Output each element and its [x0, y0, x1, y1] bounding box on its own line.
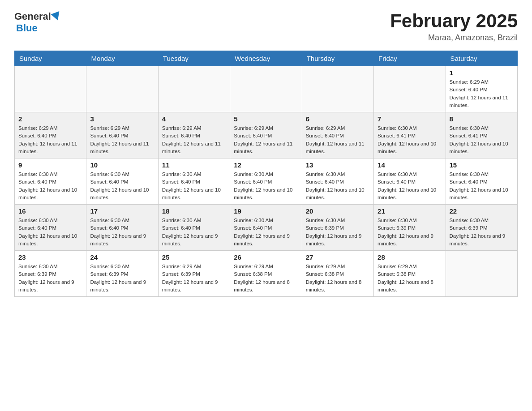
- day-info: Sunrise: 6:30 AMSunset: 6:40 PMDaylight:…: [162, 217, 226, 248]
- table-row: 5Sunrise: 6:29 AMSunset: 6:40 PMDaylight…: [230, 112, 302, 158]
- day-number: 9: [18, 161, 82, 169]
- day-info: Sunrise: 6:29 AMSunset: 6:39 PMDaylight:…: [162, 263, 226, 294]
- calendar-week-row: 2Sunrise: 6:29 AMSunset: 6:40 PMDaylight…: [15, 112, 518, 158]
- day-info: Sunrise: 6:29 AMSunset: 6:40 PMDaylight:…: [234, 124, 298, 155]
- day-number: 3: [90, 115, 154, 123]
- day-number: 14: [378, 161, 442, 169]
- table-row: [158, 66, 230, 112]
- day-number: 26: [234, 253, 298, 261]
- day-info: Sunrise: 6:30 AMSunset: 6:39 PMDaylight:…: [90, 263, 154, 294]
- table-row: 14Sunrise: 6:30 AMSunset: 6:40 PMDayligh…: [374, 158, 446, 205]
- day-info: Sunrise: 6:30 AMSunset: 6:39 PMDaylight:…: [378, 217, 442, 248]
- calendar-header-row: Sunday Monday Tuesday Wednesday Thursday…: [15, 51, 518, 66]
- day-info: Sunrise: 6:29 AMSunset: 6:38 PMDaylight:…: [234, 263, 298, 294]
- col-header-tuesday: Tuesday: [158, 51, 230, 66]
- col-header-saturday: Saturday: [446, 51, 517, 66]
- table-row: 26Sunrise: 6:29 AMSunset: 6:38 PMDayligh…: [230, 251, 302, 297]
- day-number: 2: [18, 115, 82, 123]
- title-area: February 2025 Maraa, Amazonas, Brazil: [390, 11, 518, 43]
- table-row: 24Sunrise: 6:30 AMSunset: 6:39 PMDayligh…: [86, 251, 158, 297]
- table-row: [446, 251, 517, 297]
- table-row: 11Sunrise: 6:30 AMSunset: 6:40 PMDayligh…: [158, 158, 230, 205]
- calendar-week-row: 16Sunrise: 6:30 AMSunset: 6:40 PMDayligh…: [15, 205, 518, 251]
- day-number: 28: [378, 253, 442, 261]
- day-info: Sunrise: 6:29 AMSunset: 6:40 PMDaylight:…: [306, 124, 370, 155]
- day-number: 16: [18, 207, 82, 215]
- day-info: Sunrise: 6:30 AMSunset: 6:40 PMDaylight:…: [234, 217, 298, 248]
- table-row: 22Sunrise: 6:30 AMSunset: 6:39 PMDayligh…: [446, 205, 517, 251]
- calendar-table: Sunday Monday Tuesday Wednesday Thursday…: [14, 51, 518, 297]
- table-row: 18Sunrise: 6:30 AMSunset: 6:40 PMDayligh…: [158, 205, 230, 251]
- table-row: [15, 66, 86, 112]
- col-header-sunday: Sunday: [15, 51, 86, 66]
- table-row: 25Sunrise: 6:29 AMSunset: 6:39 PMDayligh…: [158, 251, 230, 297]
- day-number: 27: [306, 253, 370, 261]
- col-header-friday: Friday: [374, 51, 446, 66]
- col-header-thursday: Thursday: [302, 51, 373, 66]
- table-row: 9Sunrise: 6:30 AMSunset: 6:40 PMDaylight…: [15, 158, 86, 205]
- day-info: Sunrise: 6:30 AMSunset: 6:39 PMDaylight:…: [306, 217, 370, 248]
- table-row: 1Sunrise: 6:29 AMSunset: 6:40 PMDaylight…: [446, 66, 517, 112]
- table-row: 3Sunrise: 6:29 AMSunset: 6:40 PMDaylight…: [86, 112, 158, 158]
- day-info: Sunrise: 6:30 AMSunset: 6:40 PMDaylight:…: [450, 171, 514, 201]
- calendar-week-row: 9Sunrise: 6:30 AMSunset: 6:40 PMDaylight…: [15, 158, 518, 205]
- day-info: Sunrise: 6:29 AMSunset: 6:40 PMDaylight:…: [90, 124, 154, 155]
- day-info: Sunrise: 6:30 AMSunset: 6:40 PMDaylight:…: [18, 217, 82, 248]
- logo-triangle-icon: [51, 11, 62, 22]
- table-row: 8Sunrise: 6:30 AMSunset: 6:41 PMDaylight…: [446, 112, 517, 158]
- day-number: 5: [234, 115, 298, 123]
- day-number: 6: [306, 115, 370, 123]
- table-row: 20Sunrise: 6:30 AMSunset: 6:39 PMDayligh…: [302, 205, 373, 251]
- day-number: 4: [162, 115, 226, 123]
- calendar-week-row: 1Sunrise: 6:29 AMSunset: 6:40 PMDaylight…: [15, 66, 518, 112]
- table-row: 15Sunrise: 6:30 AMSunset: 6:40 PMDayligh…: [446, 158, 517, 205]
- day-info: Sunrise: 6:30 AMSunset: 6:41 PMDaylight:…: [378, 124, 442, 155]
- day-number: 22: [450, 207, 514, 215]
- day-info: Sunrise: 6:30 AMSunset: 6:40 PMDaylight:…: [306, 171, 370, 201]
- day-info: Sunrise: 6:30 AMSunset: 6:40 PMDaylight:…: [234, 171, 298, 201]
- day-info: Sunrise: 6:29 AMSunset: 6:40 PMDaylight:…: [450, 78, 514, 109]
- table-row: 17Sunrise: 6:30 AMSunset: 6:40 PMDayligh…: [86, 205, 158, 251]
- table-row: [230, 66, 302, 112]
- day-info: Sunrise: 6:30 AMSunset: 6:40 PMDaylight:…: [378, 171, 442, 201]
- table-row: 16Sunrise: 6:30 AMSunset: 6:40 PMDayligh…: [15, 205, 86, 251]
- logo: General Blue: [14, 11, 62, 34]
- day-info: Sunrise: 6:29 AMSunset: 6:38 PMDaylight:…: [306, 263, 370, 294]
- day-number: 11: [162, 161, 226, 169]
- day-info: Sunrise: 6:29 AMSunset: 6:40 PMDaylight:…: [18, 124, 82, 155]
- table-row: 21Sunrise: 6:30 AMSunset: 6:39 PMDayligh…: [374, 205, 446, 251]
- table-row: 23Sunrise: 6:30 AMSunset: 6:39 PMDayligh…: [15, 251, 86, 297]
- table-row: 12Sunrise: 6:30 AMSunset: 6:40 PMDayligh…: [230, 158, 302, 205]
- day-number: 1: [450, 69, 514, 77]
- day-number: 13: [306, 161, 370, 169]
- calendar-week-row: 23Sunrise: 6:30 AMSunset: 6:39 PMDayligh…: [15, 251, 518, 297]
- day-info: Sunrise: 6:30 AMSunset: 6:41 PMDaylight:…: [450, 124, 514, 155]
- day-number: 25: [162, 253, 226, 261]
- calendar-subtitle: Maraa, Amazonas, Brazil: [390, 33, 518, 43]
- day-number: 18: [162, 207, 226, 215]
- day-number: 21: [378, 207, 442, 215]
- day-number: 15: [450, 161, 514, 169]
- table-row: 28Sunrise: 6:29 AMSunset: 6:38 PMDayligh…: [374, 251, 446, 297]
- day-number: 7: [378, 115, 442, 123]
- day-info: Sunrise: 6:30 AMSunset: 6:39 PMDaylight:…: [450, 217, 514, 248]
- day-info: Sunrise: 6:30 AMSunset: 6:40 PMDaylight:…: [162, 171, 226, 201]
- table-row: 2Sunrise: 6:29 AMSunset: 6:40 PMDaylight…: [15, 112, 86, 158]
- table-row: [374, 66, 446, 112]
- day-number: 24: [90, 253, 154, 261]
- day-info: Sunrise: 6:29 AMSunset: 6:38 PMDaylight:…: [378, 263, 442, 294]
- table-row: 27Sunrise: 6:29 AMSunset: 6:38 PMDayligh…: [302, 251, 373, 297]
- day-number: 8: [450, 115, 514, 123]
- day-number: 10: [90, 161, 154, 169]
- table-row: 4Sunrise: 6:29 AMSunset: 6:40 PMDaylight…: [158, 112, 230, 158]
- table-row: 10Sunrise: 6:30 AMSunset: 6:40 PMDayligh…: [86, 158, 158, 205]
- logo-blue-text: Blue: [16, 22, 38, 34]
- day-number: 12: [234, 161, 298, 169]
- table-row: 13Sunrise: 6:30 AMSunset: 6:40 PMDayligh…: [302, 158, 373, 205]
- day-info: Sunrise: 6:29 AMSunset: 6:40 PMDaylight:…: [162, 124, 226, 155]
- day-info: Sunrise: 6:30 AMSunset: 6:40 PMDaylight:…: [90, 217, 154, 248]
- table-row: 19Sunrise: 6:30 AMSunset: 6:40 PMDayligh…: [230, 205, 302, 251]
- table-row: 7Sunrise: 6:30 AMSunset: 6:41 PMDaylight…: [374, 112, 446, 158]
- day-number: 17: [90, 207, 154, 215]
- day-number: 19: [234, 207, 298, 215]
